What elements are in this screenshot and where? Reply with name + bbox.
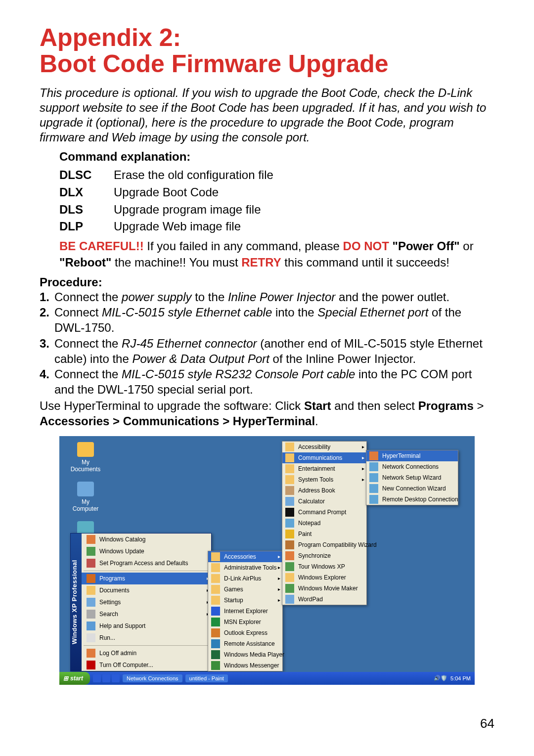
menu-item[interactable]: New Connection Wizard bbox=[366, 483, 458, 494]
menu-item[interactable]: Remote Desktop Connection bbox=[366, 494, 458, 505]
menu-item[interactable]: Address Book bbox=[282, 485, 366, 496]
menu-item[interactable]: WordPad bbox=[282, 594, 366, 605]
command-row: DLS Upgrade program image file bbox=[59, 201, 494, 219]
taskbar: ⊞start Network Connections untitled - Pa… bbox=[59, 672, 475, 685]
procedure-heading: Procedure: bbox=[40, 275, 494, 289]
menu-item[interactable]: Paint bbox=[282, 529, 366, 539]
menu-item[interactable]: Calculator bbox=[282, 496, 366, 507]
start-item-logoff[interactable]: Log Off admin bbox=[82, 647, 211, 659]
warning-text: BE CAREFUL!! If you failed in any comman… bbox=[40, 238, 494, 270]
menu-item[interactable]: Accessibility bbox=[282, 442, 366, 452]
intro-paragraph: This procedure is optional. If you wish … bbox=[40, 86, 494, 145]
start-menu-stripe: Windows XP Professional bbox=[71, 534, 82, 671]
procedure-step: 4. Connect the MIL-C-5015 style RS232 Co… bbox=[40, 366, 494, 397]
start-item-turnoff[interactable]: Turn Off Computer... bbox=[82, 659, 211, 671]
procedure-step: 2. Connect MIL-C-5015 style Ethernet cab… bbox=[40, 305, 494, 335]
windows-icon: ⊞ bbox=[63, 675, 68, 682]
command-code: DLS bbox=[59, 201, 114, 219]
start-item-documents[interactable]: Documents bbox=[82, 584, 211, 596]
step-text: Connect the MIL-C-5015 style RS232 Conso… bbox=[54, 366, 494, 397]
start-button[interactable]: ⊞start bbox=[59, 672, 90, 685]
menu-item[interactable]: Entertainment bbox=[282, 463, 366, 474]
menu-item[interactable]: Notepad bbox=[282, 518, 366, 529]
menu-item[interactable]: Windows Explorer bbox=[282, 572, 366, 583]
step-number: 1. bbox=[40, 289, 54, 305]
warn-donot: DO NOT bbox=[343, 239, 389, 253]
menu-item[interactable]: Administrative Tools bbox=[208, 562, 282, 573]
command-explanation-heading: Command explanation: bbox=[40, 150, 494, 164]
procedure-step: 3. Connect the RJ-45 Ethernet connector … bbox=[40, 336, 494, 366]
start-item-settings[interactable]: Settings bbox=[82, 596, 211, 608]
command-desc: Upgrade program image file bbox=[114, 201, 494, 219]
procedure-step: 1. Connect the power supply to the Inlin… bbox=[40, 289, 494, 305]
menu-item[interactable]: Tour Windows XP bbox=[282, 561, 366, 572]
programs-submenu[interactable]: Accessories Administrative Tools D-Link … bbox=[208, 551, 283, 671]
step-text: Connect the RJ-45 Ethernet connector (an… bbox=[54, 336, 494, 366]
command-table: DLSC Erase the old configuration file DL… bbox=[40, 167, 494, 235]
menu-item-hyperterminal[interactable]: HyperTerminal bbox=[366, 450, 458, 461]
menu-item[interactable]: Network Setup Wizard bbox=[366, 472, 458, 483]
taskbar-item[interactable]: Network Connections bbox=[123, 674, 182, 682]
taskbar-item[interactable]: untitled - Paint bbox=[185, 674, 228, 682]
menu-item[interactable]: Remote Assistance bbox=[208, 638, 282, 649]
menu-item-communications[interactable]: Communications bbox=[282, 452, 366, 463]
menu-item[interactable]: Startup bbox=[208, 595, 282, 606]
command-desc: Upgrade Web image file bbox=[114, 218, 494, 235]
menu-item[interactable]: Outlook Express bbox=[208, 627, 282, 638]
start-item-catalog[interactable]: Windows Catalog bbox=[82, 534, 211, 545]
quick-launch[interactable] bbox=[93, 674, 120, 682]
command-code: DLP bbox=[59, 218, 114, 235]
windows-xp-screenshot: My Documents My Computer Windows XP Prof… bbox=[59, 436, 475, 685]
start-item-help[interactable]: Help and Support bbox=[82, 620, 211, 632]
menu-item[interactable]: Internet Explorer bbox=[208, 606, 282, 617]
start-item-programs[interactable]: Programs bbox=[82, 573, 211, 584]
command-code: DLSC bbox=[59, 167, 114, 184]
command-desc: Upgrade Boot Code bbox=[114, 184, 494, 201]
command-desc: Erase the old configuration file bbox=[114, 167, 494, 184]
menu-item[interactable]: Synchronize bbox=[282, 550, 366, 561]
step-number: 2. bbox=[40, 305, 54, 320]
menu-item[interactable]: D-Link AirPlus bbox=[208, 573, 282, 584]
step-number: 4. bbox=[40, 366, 54, 382]
menu-item[interactable]: MSN Explorer bbox=[208, 617, 282, 627]
start-menu[interactable]: Windows XP Professional Windows Catalog … bbox=[70, 533, 212, 671]
step-text: Connect the power supply to the Inline P… bbox=[54, 289, 494, 305]
command-row: DLX Upgrade Boot Code bbox=[59, 184, 494, 201]
menu-item[interactable]: Command Prompt bbox=[282, 507, 366, 518]
procedure-list: 1. Connect the power supply to the Inlin… bbox=[40, 289, 494, 397]
communications-submenu[interactable]: HyperTerminal Network Connections Networ… bbox=[366, 450, 458, 505]
warn-careful: BE CAREFUL!! bbox=[59, 239, 144, 253]
menu-item[interactable]: Games bbox=[208, 584, 282, 595]
command-row: DLSC Erase the old configuration file bbox=[59, 167, 494, 184]
menu-item[interactable]: Windows Messenger bbox=[208, 660, 282, 671]
menu-item-accessories[interactable]: Accessories bbox=[208, 551, 282, 562]
menu-item[interactable]: Windows Media Player bbox=[208, 649, 282, 660]
start-item-update[interactable]: Windows Update bbox=[82, 545, 211, 557]
accessories-submenu[interactable]: Accessibility Communications Entertainme… bbox=[282, 441, 367, 605]
menu-item[interactable]: Windows Movie Maker bbox=[282, 583, 366, 594]
page-title: Appendix 2:Boot Code Firmware Upgrade bbox=[40, 25, 494, 77]
menu-item[interactable]: Network Connections bbox=[366, 461, 458, 472]
command-row: DLP Upgrade Web image file bbox=[59, 218, 494, 235]
start-item-run[interactable]: Run... bbox=[82, 632, 211, 644]
step-text: Connect MIL-C-5015 style Ethernet cable … bbox=[54, 305, 494, 335]
hyperterminal-instruction: Use HyperTerminal to upgrade the softwar… bbox=[40, 398, 494, 429]
warn-retry: RETRY bbox=[241, 256, 281, 269]
desktop-icon-computer[interactable]: My Computer bbox=[68, 482, 103, 512]
menu-item[interactable]: Program Compatibility Wizard bbox=[282, 539, 366, 550]
menu-item[interactable]: System Tools bbox=[282, 474, 366, 485]
document-page: Appendix 2:Boot Code Firmware Upgrade Th… bbox=[0, 0, 534, 756]
command-code: DLX bbox=[59, 184, 114, 201]
desktop-icons: My Documents My Computer bbox=[68, 442, 103, 545]
title-line1: Appendix 2:Boot Code Firmware Upgrade bbox=[40, 24, 389, 78]
desktop-icon-documents[interactable]: My Documents bbox=[68, 442, 103, 473]
system-tray[interactable]: 🔊🛡️5:04 PM bbox=[430, 675, 475, 681]
page-number: 64 bbox=[480, 716, 494, 731]
step-number: 3. bbox=[40, 336, 54, 351]
start-item-program-access[interactable]: Set Program Access and Defaults bbox=[82, 557, 211, 569]
start-item-search[interactable]: Search bbox=[82, 608, 211, 620]
